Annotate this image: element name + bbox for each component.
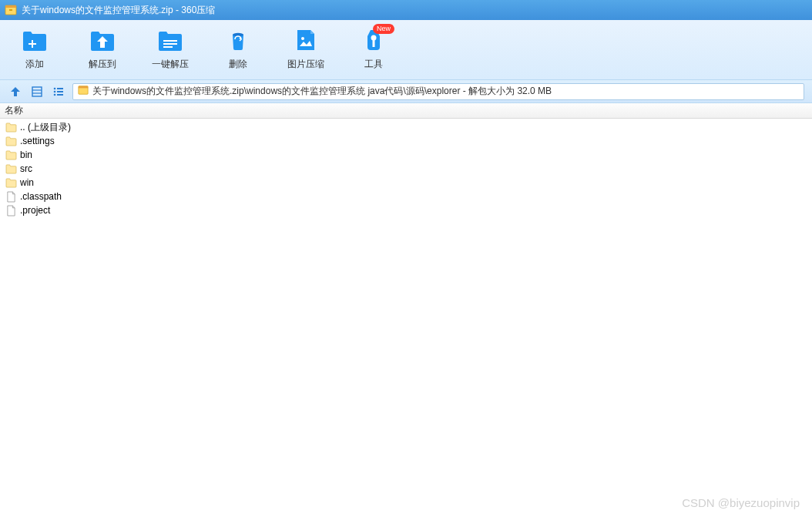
folder-icon bbox=[5, 163, 17, 175]
one-click-extract-icon bbox=[157, 29, 183, 52]
file-name: src bbox=[20, 163, 32, 174]
column-name-label: 名称 bbox=[5, 104, 23, 117]
new-badge: New bbox=[373, 24, 394, 34]
delete-label: 删除 bbox=[229, 58, 247, 71]
extract-to-button[interactable]: 解压到 bbox=[83, 29, 122, 71]
list-item[interactable]: win bbox=[3, 176, 809, 190]
svg-rect-20 bbox=[57, 94, 63, 96]
file-name: .. (上级目录) bbox=[20, 121, 71, 134]
svg-rect-11 bbox=[373, 39, 375, 47]
folder-icon bbox=[5, 149, 17, 161]
file-name: .project bbox=[20, 205, 50, 216]
svg-rect-1 bbox=[5, 5, 16, 8]
file-name: win bbox=[20, 177, 34, 188]
svg-rect-12 bbox=[32, 87, 42, 96]
file-name: bin bbox=[20, 149, 32, 160]
svg-rect-22 bbox=[79, 86, 88, 89]
svg-point-19 bbox=[54, 93, 56, 96]
list-item[interactable]: .classpath bbox=[3, 190, 809, 203]
trash-icon bbox=[225, 29, 251, 52]
list-item[interactable]: .. (上级目录) bbox=[3, 120, 809, 134]
image-compress-button[interactable]: 图片压缩 bbox=[287, 29, 325, 71]
delete-button[interactable]: 删除 bbox=[219, 29, 257, 71]
path-text: 关于windows的文件监控管理系统.zip\windows的文件监控管理系统 … bbox=[92, 85, 552, 98]
file-name: .classpath bbox=[20, 191, 62, 202]
svg-rect-6 bbox=[163, 43, 177, 45]
extract-to-label: 解压到 bbox=[89, 58, 116, 71]
file-list: .. (上级目录) .settings bin src win .classpa… bbox=[0, 119, 812, 219]
svg-rect-18 bbox=[57, 91, 63, 92]
column-header[interactable]: 名称 bbox=[0, 103, 812, 119]
archive-small-icon bbox=[78, 85, 89, 98]
add-icon bbox=[22, 29, 48, 52]
view-details-icon[interactable] bbox=[29, 84, 45, 99]
folder-icon bbox=[5, 135, 17, 147]
one-click-extract-label: 一键解压 bbox=[152, 58, 189, 71]
up-arrow-icon[interactable] bbox=[8, 84, 23, 99]
archive-app-icon bbox=[5, 4, 17, 16]
file-name: .settings bbox=[20, 136, 55, 146]
folder-icon bbox=[5, 176, 17, 189]
svg-point-15 bbox=[54, 87, 56, 89]
add-button[interactable]: 添加 bbox=[15, 29, 54, 71]
file-icon bbox=[5, 204, 17, 217]
list-item[interactable]: .settings bbox=[3, 134, 809, 148]
svg-point-17 bbox=[54, 90, 56, 92]
tools-label: 工具 bbox=[364, 58, 383, 71]
image-compress-label: 图片压缩 bbox=[287, 58, 324, 71]
extract-to-icon bbox=[89, 29, 116, 52]
one-click-extract-button[interactable]: 一键解压 bbox=[151, 29, 190, 71]
view-list-icon[interactable] bbox=[51, 84, 66, 99]
svg-rect-16 bbox=[57, 88, 63, 89]
titlebar: 关于windows的文件监控管理系统.zip - 360压缩 bbox=[0, 0, 812, 20]
toolbar: 添加 解压到 一键解压 删除 bbox=[0, 20, 812, 80]
path-input[interactable]: 关于windows的文件监控管理系统.zip\windows的文件监控管理系统 … bbox=[72, 83, 804, 100]
navbar: 关于windows的文件监控管理系统.zip\windows的文件监控管理系统 … bbox=[0, 80, 812, 103]
tools-button[interactable]: New 工具 bbox=[354, 29, 393, 71]
svg-rect-4 bbox=[29, 43, 36, 45]
svg-point-9 bbox=[301, 37, 304, 40]
svg-rect-5 bbox=[163, 40, 177, 42]
svg-rect-2 bbox=[9, 9, 12, 11]
folder-icon bbox=[5, 121, 17, 133]
svg-rect-7 bbox=[163, 46, 173, 48]
list-item[interactable]: src bbox=[3, 162, 809, 176]
window-title: 关于windows的文件监控管理系统.zip - 360压缩 bbox=[22, 4, 215, 17]
file-icon bbox=[5, 190, 17, 203]
list-item[interactable]: bin bbox=[3, 148, 809, 162]
list-item[interactable]: .project bbox=[3, 203, 809, 217]
image-compress-icon bbox=[293, 29, 319, 52]
add-label: 添加 bbox=[25, 58, 44, 71]
watermark: CSDN @biyezuopinvip bbox=[682, 496, 800, 509]
